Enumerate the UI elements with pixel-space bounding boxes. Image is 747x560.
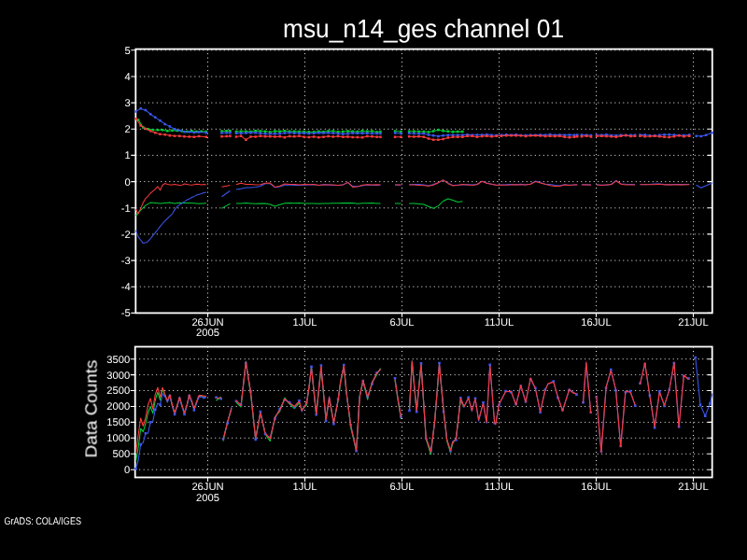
svg-text:msu_n14_ges channel 01: msu_n14_ges channel 01: [283, 14, 564, 43]
svg-text:3: 3: [125, 98, 131, 109]
svg-text:3000: 3000: [106, 371, 130, 382]
svg-text:16JUL: 16JUL: [581, 482, 611, 493]
svg-text:0: 0: [125, 177, 131, 189]
svg-text:4: 4: [125, 72, 131, 83]
svg-text:500: 500: [113, 449, 131, 460]
svg-text:-4: -4: [121, 282, 131, 293]
svg-text:3500: 3500: [106, 355, 130, 366]
svg-text:Data Counts: Data Counts: [82, 359, 101, 457]
svg-text:6JUL: 6JUL: [389, 482, 414, 493]
svg-text:21JUL: 21JUL: [678, 482, 708, 493]
svg-text:1: 1: [125, 150, 131, 161]
svg-text:21JUL: 21JUL: [678, 317, 708, 329]
svg-text:2000: 2000: [106, 401, 130, 413]
svg-text:0: 0: [124, 465, 130, 476]
svg-text:1000: 1000: [106, 433, 130, 444]
svg-text:2005: 2005: [196, 493, 219, 504]
svg-text:GrADS: COLA/IGES: GrADS: COLA/IGES: [5, 516, 82, 527]
svg-text:11JUL: 11JUL: [485, 317, 514, 329]
svg-text:-1: -1: [121, 203, 131, 215]
svg-text:6JUL: 6JUL: [389, 317, 414, 329]
svg-text:2: 2: [125, 124, 131, 135]
svg-text:16JUL: 16JUL: [581, 317, 611, 329]
svg-text:2500: 2500: [106, 385, 130, 397]
svg-text:-5: -5: [121, 308, 131, 319]
svg-text:2005: 2005: [196, 328, 219, 339]
svg-text:26JUN: 26JUN: [191, 482, 223, 493]
svg-text:1JUL: 1JUL: [292, 317, 317, 329]
svg-text:-2: -2: [121, 230, 131, 241]
svg-text:-3: -3: [121, 256, 131, 267]
svg-text:11JUL: 11JUL: [485, 482, 514, 493]
svg-text:1JUL: 1JUL: [292, 482, 317, 493]
svg-text:5: 5: [125, 46, 131, 57]
svg-text:1500: 1500: [106, 417, 130, 428]
